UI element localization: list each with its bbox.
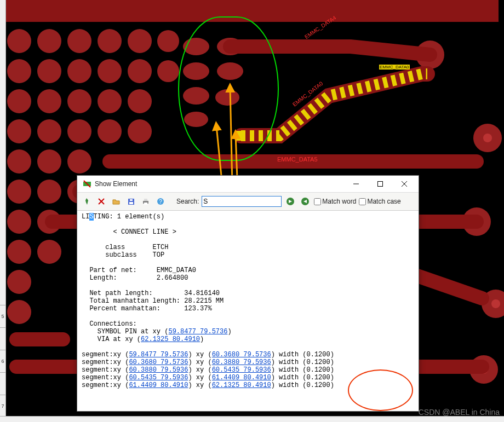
svg-point-16 bbox=[67, 89, 91, 113]
svg-point-50 bbox=[491, 299, 500, 308]
match-case-checkbox[interactable]: Match case bbox=[359, 198, 400, 205]
svg-point-17 bbox=[98, 89, 122, 113]
svg-point-25 bbox=[37, 149, 61, 174]
svg-point-15 bbox=[37, 89, 61, 113]
svg-point-33 bbox=[37, 240, 61, 264]
coord-link[interactable]: 61.4409 80.4910 bbox=[212, 374, 271, 381]
coord-link[interactable]: 59.8477 79.5736 bbox=[168, 328, 227, 336]
dialog-title: Show Element bbox=[95, 180, 344, 188]
search-next-icon[interactable] bbox=[284, 195, 296, 207]
pin-icon[interactable] bbox=[81, 195, 93, 207]
svg-point-5 bbox=[98, 29, 122, 53]
svg-point-34 bbox=[7, 270, 31, 294]
svg-point-18 bbox=[128, 89, 152, 113]
watermark: CSDN @ABEL in China bbox=[419, 408, 500, 417]
delete-icon[interactable] bbox=[95, 195, 107, 207]
coord-link[interactable]: 60.3680 79.5736 bbox=[212, 351, 271, 359]
svg-point-4 bbox=[67, 29, 91, 53]
coord-link[interactable]: 62.1325 80.4910 bbox=[212, 381, 271, 389]
svg-point-6 bbox=[128, 29, 152, 53]
svg-point-8 bbox=[7, 59, 31, 83]
svg-point-35 bbox=[7, 300, 31, 324]
svg-point-23 bbox=[128, 119, 152, 143]
search-prev-icon[interactable] bbox=[299, 195, 311, 207]
svg-point-27 bbox=[7, 180, 31, 204]
svg-point-26 bbox=[67, 149, 91, 174]
save-icon[interactable] bbox=[125, 195, 137, 207]
ruler-bottom bbox=[0, 416, 504, 422]
net-label-data0b: EMMC_DATA0 bbox=[379, 65, 410, 70]
svg-rect-0 bbox=[5, 0, 499, 22]
svg-rect-72 bbox=[144, 203, 147, 205]
svg-rect-62 bbox=[378, 182, 383, 187]
svg-point-19 bbox=[7, 119, 31, 143]
svg-point-3 bbox=[37, 29, 61, 53]
coord-link[interactable]: 60.3880 79.5936 bbox=[129, 366, 188, 374]
svg-rect-71 bbox=[144, 199, 147, 201]
toolbar: ? Search: Match word Match case bbox=[77, 193, 419, 211]
app-icon bbox=[83, 180, 91, 188]
annotation-pad-circle bbox=[178, 16, 279, 161]
coord-link[interactable]: 60.3680 79.5736 bbox=[129, 359, 188, 366]
svg-rect-69 bbox=[130, 199, 133, 201]
svg-point-30 bbox=[7, 210, 31, 234]
open-icon[interactable] bbox=[110, 195, 122, 207]
svg-point-11 bbox=[98, 59, 122, 83]
window-close-button[interactable] bbox=[392, 176, 416, 192]
svg-point-7 bbox=[157, 30, 179, 52]
print-icon[interactable] bbox=[140, 195, 152, 207]
window-maximize-button[interactable] bbox=[368, 176, 392, 192]
svg-point-32 bbox=[7, 240, 31, 264]
search-label: Search: bbox=[176, 198, 199, 205]
coord-link[interactable]: 60.5435 79.5936 bbox=[129, 374, 188, 381]
coord-link[interactable]: 61.4409 80.4910 bbox=[129, 381, 188, 389]
titlebar[interactable]: Show Element bbox=[77, 176, 419, 193]
window-minimize-button[interactable] bbox=[344, 176, 368, 192]
coord-link[interactable]: 60.5435 79.5936 bbox=[212, 366, 271, 374]
annotation-width-circle bbox=[348, 369, 413, 411]
svg-point-2 bbox=[7, 29, 31, 53]
svg-point-13 bbox=[157, 60, 179, 82]
svg-point-10 bbox=[67, 59, 91, 83]
svg-point-28 bbox=[37, 180, 61, 204]
svg-point-21 bbox=[67, 119, 91, 143]
svg-rect-68 bbox=[129, 202, 133, 204]
svg-text:?: ? bbox=[159, 199, 162, 205]
coord-link[interactable]: 59.8477 79.5736 bbox=[129, 351, 188, 359]
svg-point-20 bbox=[37, 119, 61, 143]
net-label-data5: EMMC_DATA5 bbox=[277, 156, 318, 163]
help-icon[interactable]: ? bbox=[154, 195, 167, 207]
svg-point-14 bbox=[7, 89, 31, 113]
coord-link[interactable]: 60.3880 79.5936 bbox=[212, 359, 271, 366]
ruler-left: 5 6 7 bbox=[0, 0, 6, 416]
match-word-checkbox[interactable]: Match word bbox=[314, 198, 356, 205]
svg-point-46 bbox=[483, 134, 492, 142]
svg-point-22 bbox=[98, 119, 122, 143]
svg-point-12 bbox=[128, 59, 152, 83]
svg-point-24 bbox=[7, 149, 31, 174]
search-input[interactable] bbox=[202, 196, 282, 207]
coord-link[interactable]: 62.1325 80.4910 bbox=[141, 336, 200, 343]
svg-point-9 bbox=[37, 59, 61, 83]
